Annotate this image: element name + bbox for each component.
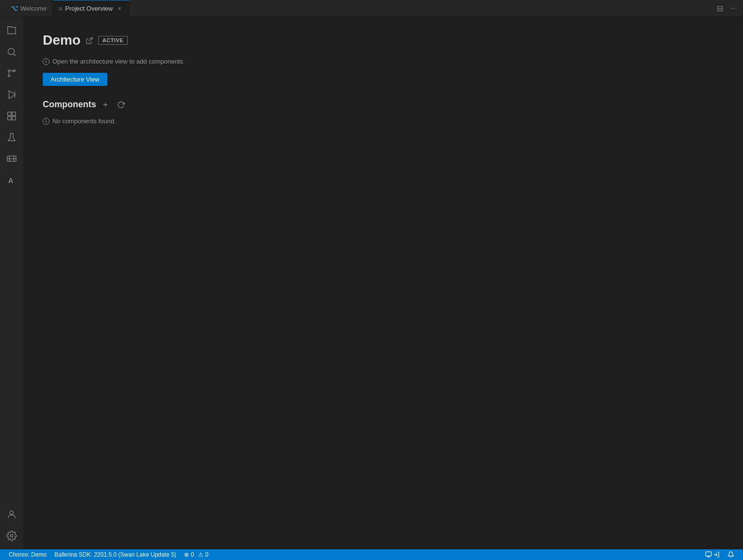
refresh-components-button[interactable] — [115, 100, 127, 109]
tab-list: ⌥ Welcome ≡ Project Overview × — [4, 0, 715, 16]
activity-item-testing[interactable] — [2, 128, 21, 147]
info-icon: i — [43, 58, 50, 65]
statusbar: Choreo: Demo Ballerina SDK: 2201.5.0 (Sw… — [0, 549, 743, 560]
external-link-icon[interactable] — [85, 36, 93, 45]
activity-item-font[interactable]: A — [2, 170, 21, 190]
svg-line-1 — [14, 54, 16, 56]
svg-point-2 — [8, 70, 10, 72]
activity-item-run[interactable] — [2, 85, 21, 104]
no-components-info-icon: i — [43, 118, 50, 125]
tab-welcome-label: Welcome — [20, 5, 47, 12]
statusbar-sdk[interactable]: Ballerina SDK: 2201.5.0 (Swan Lake Updat… — [51, 549, 180, 560]
svg-rect-20 — [706, 552, 711, 556]
add-component-button[interactable]: + — [101, 100, 110, 109]
activity-item-container[interactable] — [2, 149, 21, 168]
activity-item-search[interactable] — [2, 42, 21, 62]
svg-point-18 — [10, 534, 13, 537]
activity-item-account[interactable] — [2, 505, 21, 524]
titlebar: ⌥ Welcome ≡ Project Overview × ⊟ ··· — [0, 0, 743, 17]
svg-rect-8 — [12, 112, 16, 115]
statusbar-errors[interactable]: ⊗ 0 ⚠ 0 — [180, 549, 212, 560]
activity-bar: A — [0, 17, 23, 549]
svg-rect-10 — [12, 116, 16, 120]
no-components-text: No components found. — [52, 117, 116, 125]
svg-point-0 — [8, 49, 15, 55]
architecture-view-button[interactable]: Architecture View — [43, 73, 107, 86]
no-components-row: i No components found. — [43, 117, 724, 125]
main-layout: A Demo — [0, 17, 743, 549]
statusbar-notifications-button[interactable] — [724, 549, 738, 560]
errors-count: 0 — [191, 551, 194, 558]
warning-icon: ⚠ — [198, 551, 203, 558]
svg-line-19 — [88, 38, 92, 41]
info-row: i Open the architecture view to add comp… — [43, 58, 724, 65]
activity-item-explorer[interactable] — [2, 21, 21, 40]
svg-rect-7 — [8, 112, 11, 115]
tab-close-button[interactable]: × — [116, 5, 123, 13]
svg-marker-5 — [9, 91, 16, 99]
statusbar-right — [701, 549, 738, 560]
split-editor-button[interactable]: ⊟ — [715, 3, 725, 14]
vscode-icon: ⌥ — [10, 4, 17, 12]
warnings-count: 0 — [205, 551, 209, 558]
activity-item-settings[interactable] — [2, 526, 21, 545]
info-text: Open the architecture view to add compon… — [52, 58, 185, 65]
statusbar-sdk-label: Ballerina SDK: 2201.5.0 (Swan Lake Updat… — [54, 551, 176, 558]
project-title-row: Demo ACTIVE — [43, 33, 724, 48]
tab-project-label: Project Overview — [65, 5, 113, 12]
tab-project-icon: ≡ — [59, 5, 62, 12]
statusbar-choreo[interactable]: Choreo: Demo — [5, 549, 51, 560]
components-section-title: Components — [43, 99, 96, 110]
svg-point-17 — [10, 511, 13, 514]
titlebar-actions: ⊟ ··· — [715, 3, 739, 14]
svg-point-3 — [14, 70, 16, 72]
components-section-header: Components + — [43, 99, 724, 110]
project-title: Demo — [43, 33, 81, 48]
more-actions-button[interactable]: ··· — [729, 3, 739, 14]
statusbar-choreo-label: Choreo: Demo — [9, 551, 47, 558]
activity-item-extensions[interactable] — [2, 106, 21, 126]
error-icon: ⊗ — [184, 551, 189, 558]
tab-project-overview[interactable]: ≡ Project Overview × — [53, 0, 130, 16]
svg-text:A: A — [8, 177, 14, 184]
statusbar-remote-button[interactable] — [701, 549, 724, 560]
svg-point-4 — [8, 75, 10, 77]
activity-item-source-control[interactable] — [2, 64, 21, 83]
tab-welcome[interactable]: ⌥ Welcome — [4, 0, 53, 16]
content-area: Demo ACTIVE i Open the architecture view… — [23, 17, 743, 549]
active-badge: ACTIVE — [98, 36, 128, 45]
svg-rect-9 — [8, 116, 11, 120]
